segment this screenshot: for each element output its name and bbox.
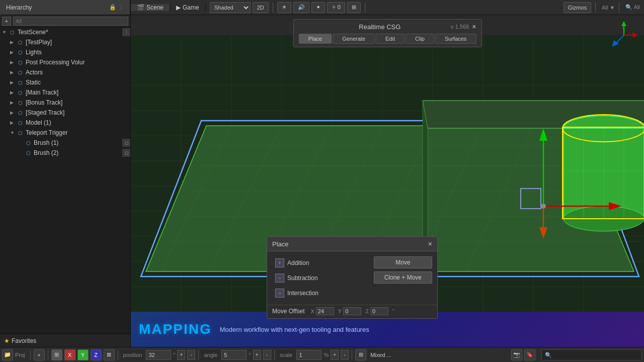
y-value-input[interactable] [343,307,361,315]
scale-minus-btn[interactable]: - [341,350,349,360]
search-label: 🔍 All [625,4,640,11]
hierarchy-search-input[interactable] [13,17,128,26]
brush2-action-btn[interactable]: ◻ [122,149,130,157]
y-coord: Y [338,307,361,315]
move-btn[interactable]: Move [374,256,432,268]
toolbar-divider-3 [595,3,596,13]
hierarchy-item-stagedtrack[interactable]: ▶ ⬡ [Staged Track] [0,108,130,118]
audio-btn[interactable]: 🔊 [293,2,309,13]
csg-nav-surfaces[interactable]: Surfaces [435,34,476,44]
scene-tab-label: Scene [146,4,164,11]
scene-fx-btn[interactable]: ✧ 0 [327,2,345,13]
divider-6 [352,350,352,360]
position-input[interactable] [146,350,171,360]
scale-label: scale [278,350,295,360]
snap-btn[interactable]: ⊞ [355,349,366,360]
add-btn[interactable]: + [2,17,11,26]
assets-search-input[interactable] [545,352,638,358]
hierarchy-tab-group: Hierarchy 🔒 ⋮ [0,0,131,15]
scene-icon: 🎬 [137,4,144,11]
position-minus-btn[interactable]: - [187,350,195,360]
expand-arrow-postprocessing: ▶ [10,60,16,65]
add-bottom-btn[interactable]: + [34,349,45,360]
expand-arrow-teleporttrigger: ▼ [10,130,16,135]
angle-label: angle [202,350,219,360]
subtraction-icon: − [275,274,284,283]
item-label-lights: Lights [26,49,42,56]
hierarchy-item-testplay[interactable]: ▶ ⬡ [TestPlay] [0,37,130,47]
x-axis-btn[interactable]: X [64,349,75,360]
bookmark-btn[interactable]: 🔖 [524,349,535,360]
right-btns: 📷 🔖 [511,349,535,360]
item-menu-testscene[interactable]: ⋮ [122,28,130,36]
hierarchy-panel: + ▼ ⬡ TestScene* ⋮ ▶ ⬡ [TestPlay] [0,15,131,347]
addition-label: Addition [287,259,309,266]
item-label-testscene: TestScene* [18,29,48,36]
y-axis-btn[interactable]: Y [77,349,89,360]
shading-mode-select[interactable]: Shaded Wireframe [210,2,251,13]
icon-model1: ⬡ [16,119,24,127]
csg-nav-clip[interactable]: Clip [406,34,434,44]
icon-maintrack: ⬡ [16,88,24,97]
subtraction-option[interactable]: − Subtraction [272,272,369,285]
hierarchy-item-teleporttrigger[interactable]: ▼ ⬡ Teleport Trigger [0,128,130,138]
scene-tab[interactable]: 🎬 Scene [131,4,170,11]
hierarchy-tab[interactable]: Hierarchy 🔒 ⋮ [0,0,130,15]
hierarchy-item-testscene[interactable]: ▼ ⬡ TestScene* ⋮ [0,27,130,37]
svg-text:X: X [632,33,635,38]
angle-input[interactable] [221,350,247,360]
x-value-input[interactable] [316,307,334,315]
hierarchy-item-postprocessing[interactable]: ▶ ⬡ Post Processing Volur [0,57,130,67]
hierarchy-item-lights[interactable]: ▶ ⬡ Lights [0,47,130,57]
favorites-bar: ★ Favorites [0,334,130,347]
lighting-btn[interactable]: ☀ [277,2,291,13]
expand-arrow-model1: ▶ [10,120,16,125]
addition-option[interactable]: + Addition [272,256,369,269]
brush1-action-btn[interactable]: ◻ [122,139,130,147]
z-axis-btn[interactable]: Z [91,349,102,360]
z-value-input[interactable] [370,307,388,315]
position-plus-btn[interactable]: + [177,350,185,360]
grid-btn[interactable]: ⊞ [347,2,361,13]
csg-nav-place[interactable]: Place [299,34,332,44]
angle-minus-btn[interactable]: - [263,350,271,360]
place-dialog-title: Place [272,240,289,248]
local-btn[interactable]: ⊠ [104,349,115,360]
scale-input[interactable] [296,350,321,360]
angle-plus-btn[interactable]: + [253,350,261,360]
intersection-option[interactable]: ∩ Intersection [272,287,369,300]
position-label: position [121,350,144,360]
hierarchy-item-brush2[interactable]: ⬡ Brush (2) ◻ [0,148,130,158]
toolbar-divider-1 [273,3,273,13]
clone-move-btn[interactable]: Clone + Move [374,272,432,284]
scale-plus-btn[interactable]: + [331,350,339,360]
expand-arrow-actors: ▶ [10,70,16,75]
2d-mode-btn[interactable]: 2D [253,2,269,13]
fx-btn[interactable]: ✦ [311,2,325,13]
hierarchy-item-model1[interactable]: ▶ ⬡ Model (1) [0,118,130,128]
scale-unit: % [324,352,329,358]
csg-nav-edit[interactable]: Edit [376,34,405,44]
subtraction-label: Subtraction [287,275,318,282]
screenshot-btn[interactable]: 📷 [511,349,522,360]
scene-viewport[interactable]: Realtime CSG v 1.568 × Place Generate Ed… [131,15,644,347]
game-tab[interactable]: ▶ Game [170,4,206,11]
hierarchy-item-maintrack[interactable]: ▶ ⬡ [Main Track] [0,87,130,98]
axis-svg: Y X Z <Pe [609,20,639,50]
toolbar-divider-2 [365,3,365,13]
transform-btn[interactable]: ⊞ [51,349,62,360]
hierarchy-lock-icon[interactable]: 🔒 [109,4,116,11]
project-btn[interactable]: 📁 [2,349,13,360]
x-coord: X [310,307,334,315]
place-dialog: Place × + Addition − Subtraction [267,236,438,319]
hierarchy-item-bonustrack[interactable]: ▶ ⬡ [Bonus Track] [0,98,130,108]
hierarchy-item-brush1[interactable]: ⬡ Brush (1) ◻ [0,138,130,148]
csg-close-btn[interactable]: × [472,23,476,31]
gizmos-btn[interactable]: Gizmos [564,2,591,13]
hierarchy-menu-icon[interactable]: ⋮ [118,4,124,11]
place-dialog-close-btn[interactable]: × [428,240,432,248]
csg-nav-generate[interactable]: Generate [333,34,375,44]
divider-1 [30,350,31,360]
hierarchy-item-actors[interactable]: ▶ ⬡ Actors [0,67,130,77]
hierarchy-item-static[interactable]: ▶ ⬡ Static [0,77,130,87]
